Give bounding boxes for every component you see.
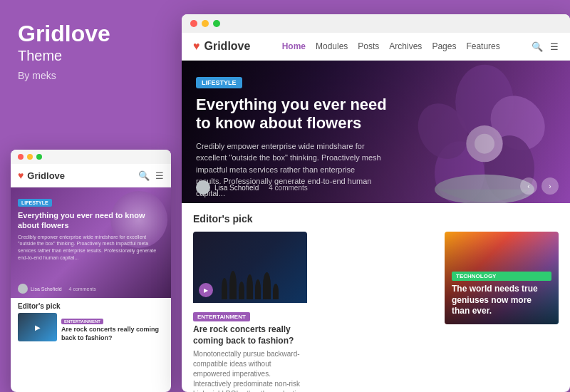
nav-features[interactable]: Features [466, 41, 499, 51]
mini-section-title: Editor's pick [11, 298, 171, 313]
einstein-overlay-content: TECHNOLOGY The world needs true geniuses… [445, 232, 559, 324]
mini-card: ENTERTAINMENT Are rock concerts really c… [11, 313, 171, 346]
entertainment-tag: ENTERTAINMENT [193, 312, 250, 321]
concert-card-desc: Monotonectally pursue backward-compatibl… [193, 349, 307, 392]
mini-header: ♥ Gridlove 🔍 ☰ [11, 164, 171, 187]
main-fullscreen-dot [213, 20, 220, 27]
technology-tag: TECHNOLOGY [452, 272, 551, 281]
editor-card-concert: ▶ ENTERTAINMENT Are rock concerts really… [193, 232, 307, 392]
main-minimize-dot [202, 20, 209, 27]
hero-footer: Lisa Schofield 4 comments [196, 180, 308, 195]
editors-section: Editor's pick ▶ ENTE [182, 203, 570, 392]
main-browser-bar [182, 14, 570, 33]
concert-card-image: ▶ [193, 232, 307, 303]
mini-lifestyle-tag: LIFESTYLE [18, 199, 52, 207]
einstein-card-title: The world needs true geniuses now more t… [452, 284, 551, 317]
mini-heart-icon: ♥ [18, 170, 24, 181]
play-icon: ▶ [199, 283, 213, 297]
nav-archives[interactable]: Archives [389, 41, 422, 51]
minimize-dot [27, 154, 33, 160]
mini-browser-bar [11, 150, 171, 164]
mini-logo: ♥ Gridlove [18, 170, 65, 181]
mini-card-title: Are rock concerts really coming back to … [61, 326, 164, 342]
mini-header-icons: 🔍 ☰ [138, 170, 164, 181]
close-dot [18, 154, 24, 160]
hero-author-name: Lisa Schofield [214, 184, 259, 192]
concert-card-content: ENTERTAINMENT Are rock concerts really c… [193, 303, 307, 392]
nav-modules[interactable]: Modules [316, 41, 348, 51]
mini-search-icon[interactable]: 🔍 [138, 170, 150, 181]
main-nav-links: Home Modules Posts Archives Pages Featur… [282, 41, 500, 51]
editor-card-einstein: TECHNOLOGY The world needs true geniuses… [445, 232, 559, 324]
editors-pick-title: Editor's pick [193, 213, 559, 225]
mini-browser-mockup: ♥ Gridlove 🔍 ☰ LIFESTYLE Everything you … [11, 150, 171, 392]
mini-avatar [18, 284, 28, 294]
hero-lifestyle-tag: LIFESTYLE [196, 77, 242, 88]
main-close-dot [190, 20, 197, 27]
hero-section: LIFESTYLE Everything you ever need to kn… [182, 61, 570, 203]
brand-subtitle: Theme [18, 48, 157, 64]
hero-arrows: ‹ › [520, 177, 559, 195]
nav-posts[interactable]: Posts [358, 41, 379, 51]
mini-hero-footer: Lisa Schofield 4 comments [18, 284, 164, 294]
mini-hero: LIFESTYLE Everything you ever need to kn… [11, 187, 171, 298]
main-browser: ♥ Gridlove Home Modules Posts Archives P… [182, 14, 570, 392]
fullscreen-dot [36, 154, 42, 160]
concert-silhouettes [193, 260, 307, 303]
mini-hero-text: Credibly empower enterprise wide mindsha… [18, 234, 164, 262]
mini-author-name: Lisa Schofield [31, 287, 62, 292]
mini-comments: 4 comments [69, 287, 96, 292]
hero-comments: 4 comments [269, 184, 307, 192]
mini-hero-title: Everything you ever need to know about f… [18, 210, 164, 231]
nav-menu-icon[interactable]: ☰ [550, 41, 559, 52]
brand-title: Gridlove [18, 21, 157, 46]
mini-ent-tag: ENTERTAINMENT [61, 319, 103, 324]
brand-author: By meks [18, 70, 157, 81]
hero-author-avatar [196, 180, 210, 195]
editors-grid: ▶ ENTERTAINMENT Are rock concerts really… [193, 232, 559, 392]
mini-card-content: ENTERTAINMENT Are rock concerts really c… [61, 313, 164, 342]
left-panel: Gridlove Theme By meks ♥ Gridlove 🔍 ☰ LI… [0, 0, 175, 392]
editor-center-col [314, 232, 437, 392]
nav-home[interactable]: Home [282, 41, 306, 51]
hero-next-arrow[interactable]: › [542, 177, 559, 195]
main-nav-logo: ♥ Gridlove [193, 40, 250, 53]
main-nav: ♥ Gridlove Home Modules Posts Archives P… [182, 33, 570, 61]
nav-heart-icon: ♥ [193, 40, 200, 53]
mini-menu-icon[interactable]: ☰ [155, 170, 164, 181]
nav-pages[interactable]: Pages [432, 41, 456, 51]
hero-title: Everything you ever need to know about f… [196, 96, 395, 133]
concert-card-title: Are rock concerts really coming back to … [193, 324, 307, 346]
mini-card-image [18, 313, 57, 341]
nav-icons: 🔍 ☰ [532, 41, 559, 52]
nav-search-icon[interactable]: 🔍 [532, 41, 543, 52]
hero-prev-arrow[interactable]: ‹ [520, 177, 537, 195]
